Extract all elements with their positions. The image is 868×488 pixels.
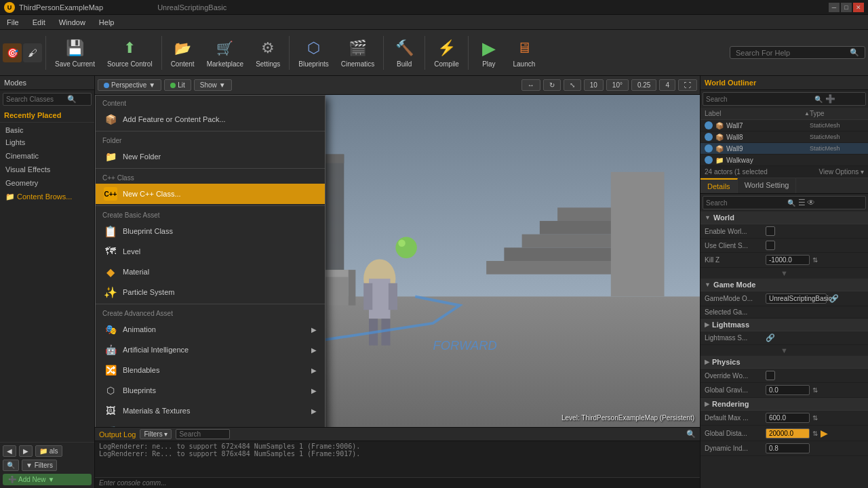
tab-details[interactable]: Details — [701, 178, 738, 193]
game-mode-dropdown[interactable]: UnrealScriptingBasic ▼ — [766, 293, 827, 304]
launch-button[interactable]: 🖥 Launch — [507, 33, 541, 73]
save-current-button[interactable]: 💾 Save Current — [50, 33, 100, 73]
details-search-input[interactable] — [706, 199, 787, 207]
vp-maximize[interactable]: ⛶ — [678, 79, 697, 91]
nav-lights[interactable]: Lights — [0, 136, 94, 149]
content-button[interactable]: 📂 Content — [165, 33, 200, 73]
global-gravity-input[interactable] — [766, 385, 810, 395]
new-folder-item[interactable]: 📁 New Folder — [96, 146, 325, 167]
row-game-mode: GameMode O... UnrealScriptingBasic ▼ 🔗 — [701, 291, 868, 306]
details-layout-icon[interactable]: ☰ — [798, 198, 806, 207]
global-dist-input[interactable] — [766, 428, 810, 439]
level-item[interactable]: 🗺 Level — [96, 241, 325, 262]
override-wo-checkbox[interactable] — [766, 371, 775, 380]
filters-button[interactable]: Filters ▾ — [140, 429, 172, 439]
blueprint-class-item[interactable]: 📋 Blueprint Class — [96, 221, 325, 241]
maximize-button[interactable]: □ — [841, 3, 852, 12]
materials-textures-item[interactable]: 🖼 Materials & Textures ▶ — [96, 401, 325, 421]
vp-scale-tool[interactable]: ⤡ — [564, 79, 581, 91]
details-eye-icon[interactable]: 👁 — [807, 198, 815, 207]
vp-snap-scale[interactable]: 0.25 — [631, 79, 656, 91]
search-help-bar[interactable]: 🔍 — [730, 46, 865, 59]
vp-rotate-tool[interactable]: ↻ — [543, 79, 561, 91]
build-button[interactable]: 🔨 Build — [387, 33, 421, 73]
lit-dropdown[interactable]: Lit — [164, 79, 191, 91]
nav-visual-effects[interactable]: Visual Effects — [0, 163, 94, 176]
settings-button[interactable]: ⚙ Settings — [250, 33, 285, 73]
search-classes-input[interactable] — [6, 96, 67, 103]
game-mode-link-icon[interactable]: 🔗 — [829, 294, 839, 303]
blendables-item[interactable]: 🔀 Blendables ▶ — [96, 360, 325, 380]
nav-cinematic[interactable]: Cinematic — [0, 149, 94, 163]
tab-world-settings[interactable]: World Setting — [738, 178, 797, 193]
search-help-input[interactable] — [736, 49, 850, 57]
menu-item-help[interactable]: Help — [96, 17, 117, 28]
outliner-search-input[interactable] — [706, 96, 814, 103]
close-button[interactable]: ✕ — [853, 3, 864, 12]
gravity-spin-icon[interactable]: ⇅ — [812, 386, 818, 394]
global-dist-spin[interactable]: ⇅ — [812, 430, 818, 437]
outliner-row-wall7[interactable]: 📦 Wall7 StaticMesh — [701, 120, 868, 131]
default-max-spin[interactable]: ⇅ — [812, 414, 818, 422]
kill-z-spin-icon[interactable]: ⇅ — [812, 256, 818, 264]
mode-paint-button[interactable]: 🖌 — [23, 43, 42, 62]
game-mode-collapse-icon[interactable]: ▼ — [705, 281, 711, 288]
mode-placement-button[interactable]: 🎯 — [3, 43, 22, 62]
world-collapse-icon[interactable]: ▼ — [705, 214, 711, 221]
row-lightmass-s: Lightmass S... 🔗 — [701, 331, 868, 345]
rendering-collapse-icon[interactable]: ▶ — [705, 401, 709, 407]
filter-button[interactable]: 🔍 — [3, 460, 19, 471]
minimize-button[interactable]: ─ — [829, 3, 840, 12]
cpp-section-header: C++ Class — [96, 170, 325, 184]
source-control-button[interactable]: ⬆ Source Control — [102, 33, 158, 73]
physics-collapse-icon[interactable]: ▶ — [705, 359, 709, 365]
outliner-add-icon[interactable]: ➕ — [825, 94, 835, 104]
source-control-icon: ⬆ — [119, 37, 140, 59]
viewport-type-dropdown[interactable]: Perspective ▼ — [98, 79, 161, 91]
compile-button[interactable]: ⚡ Compile — [429, 33, 465, 73]
show-dropdown[interactable]: Show ▼ — [194, 79, 232, 91]
kill-z-input[interactable] — [766, 255, 810, 265]
add-new-button[interactable]: ➕ Add New ▼ — [3, 474, 92, 485]
play-button[interactable]: ▶ Play — [472, 33, 506, 73]
lightmass-link-icon[interactable]: 🔗 — [766, 333, 775, 342]
ai-item[interactable]: 🤖 Artificial Intelligence ▶ — [96, 340, 325, 360]
use-client-checkbox[interactable] — [766, 241, 775, 250]
output-log-search[interactable] — [176, 429, 230, 439]
outliner-row-walkway[interactable]: 📁 Walkway — [701, 155, 868, 166]
outliner-row-wall8[interactable]: 📦 Wall8 StaticMesh — [701, 131, 868, 143]
vp-camera-speed[interactable]: 4 — [659, 79, 675, 91]
filters-dropdown[interactable]: ▼ Filters — [22, 460, 57, 471]
nav-geometry[interactable]: Geometry — [0, 176, 94, 190]
blueprints-advanced-item[interactable]: ⬡ Blueprints ▶ — [96, 380, 325, 401]
marketplace-button[interactable]: 🛒 Marketplace — [201, 33, 249, 73]
nav-back-button[interactable]: ◀ — [3, 445, 16, 457]
menu-item-edit[interactable]: Edit — [30, 17, 48, 28]
svg-rect-13 — [389, 283, 397, 310]
dynamic-ind-input[interactable] — [766, 443, 810, 453]
animation-item[interactable]: 🎭 Animation ▶ — [96, 319, 325, 340]
vp-move-tool[interactable]: ↔ — [521, 79, 540, 91]
row-icon-wall9: 📦 — [715, 145, 724, 152]
vp-snap-grid[interactable]: 10 — [584, 79, 604, 91]
view-options-btn[interactable]: View Options ▾ — [818, 168, 864, 176]
lightmass-collapse-icon[interactable]: ▶ — [705, 321, 709, 328]
nav-forward-button[interactable]: ▶ — [19, 445, 33, 457]
particle-system-item[interactable]: ✨ Particle System — [96, 282, 325, 302]
viewport[interactable]: FORWARD Level: ThirdPersonExampleMap (Pe… — [95, 95, 700, 427]
cinematics-button[interactable]: 🎬 Cinematics — [336, 33, 380, 73]
new-cpp-class-item[interactable]: C++ New C++ Class... — [96, 184, 325, 204]
media-item[interactable]: 🎵 Media ▶ — [96, 421, 325, 427]
enable-world-checkbox[interactable] — [766, 226, 775, 236]
console-input-field[interactable] — [99, 479, 696, 487]
outliner-row-wall9[interactable]: 📦 Wall9 StaticMesh — [701, 143, 868, 155]
nav-folder-button[interactable]: 📁 als — [35, 445, 62, 457]
nav-content-browser[interactable]: 📁 Content Brows... — [0, 190, 94, 204]
default-max-input[interactable] — [766, 413, 810, 423]
vp-snap-angle[interactable]: 10° — [606, 79, 629, 91]
add-feature-item[interactable]: 📦 Add Feature or Content Pack... — [96, 109, 325, 129]
menu-item-file[interactable]: File — [4, 17, 22, 28]
blueprints-button[interactable]: ⬡ Blueprints — [293, 33, 334, 73]
menu-item-window[interactable]: Window — [56, 17, 88, 28]
material-item[interactable]: ◆ Material — [96, 262, 325, 282]
